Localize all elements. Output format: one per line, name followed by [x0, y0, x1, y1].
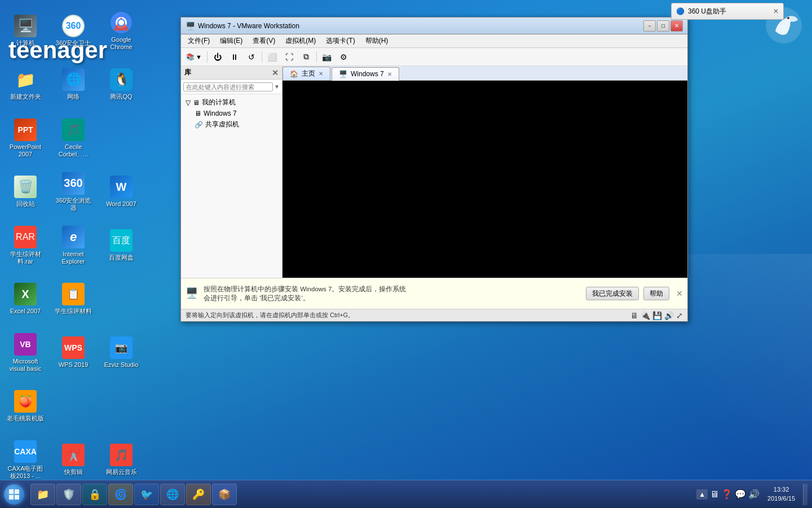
desktop-icon-excel[interactable]: X Excel 2007	[3, 274, 48, 325]
help-btn[interactable]: 帮助	[643, 287, 669, 300]
desktop-icon-folder[interactable]: 📁 新建文件夹	[3, 59, 48, 110]
tool-360-close-btn[interactable]: ✕	[773, 7, 779, 15]
student-mat-label: 学生综评材料	[55, 308, 92, 315]
desktop-icon-recycle[interactable]: 🗑️ 回收站	[3, 167, 48, 217]
desktop-icon-student-rar[interactable]: RAR 学生综评材料.rar	[3, 220, 48, 271]
vmware-window: 🖥️ Windows 7 - VMware Workstation － □ ✕ …	[180, 17, 688, 322]
vmware-toolbar-suspend-btn[interactable]: ⏸	[227, 50, 242, 64]
desktop-icon-ms-vb[interactable]: VB Microsoft visual basic	[3, 327, 48, 378]
desktop-icon-qq[interactable]: 🐧 腾讯QQ	[99, 59, 144, 110]
vm-screen[interactable]	[283, 81, 687, 278]
network-icon-img: 🌐	[62, 68, 85, 91]
desktop-icon-baidu[interactable]: 百度 百度网盘	[99, 220, 144, 271]
tab-win7[interactable]: 🖥️ Windows 7 ✕	[332, 67, 399, 81]
vmware-close-btn[interactable]: ✕	[670, 20, 683, 32]
vmware-menu-view[interactable]: 查看(V)	[248, 35, 280, 47]
vmware-menu-help[interactable]: 帮助(H)	[361, 35, 393, 47]
baidu-icon-img: 百度	[110, 229, 133, 252]
desktop-icon-network[interactable]: 🌐 网络	[51, 59, 96, 110]
clock-date: 2019/6/15	[767, 494, 795, 503]
desktop-icon-ie[interactable]: e Internet Explorer	[51, 220, 96, 271]
vmware-toolbar-restart-btn[interactable]: ↺	[244, 50, 259, 64]
taskbar-bird-btn[interactable]: 🐦	[134, 484, 159, 505]
tab-home[interactable]: 🏠 主页 ✕	[283, 67, 330, 80]
desktop-icon-360browser[interactable]: 360 360安全浏览器	[51, 167, 96, 217]
tab-win7-close[interactable]: ✕	[387, 71, 392, 77]
install-complete-btn[interactable]: 我已完成安装	[586, 287, 639, 300]
vmware-toolbar-unity-btn[interactable]: ⧉	[298, 50, 314, 64]
taskbar-chrome-btn[interactable]: 🌐	[160, 484, 185, 505]
desktop-icon-caxa[interactable]: CAXA CAXA电子图板2013 - ...	[3, 435, 48, 485]
desktop-icon-computer[interactable]: 🖥️ 计算机	[3, 6, 48, 56]
vmware-toolbar-settings-btn[interactable]: ⚙	[336, 50, 352, 64]
tree-item-shared[interactable]: 🔗 共享虚拟机	[192, 119, 280, 130]
taskbar-vmware-btn[interactable]: 📦	[212, 484, 237, 505]
vmware-toolbar-power-btn[interactable]: ⏻	[210, 50, 226, 64]
laomao-label: 老毛桃装机版	[7, 415, 44, 422]
vmware-title-text: Windows 7 - VMware Workstation	[198, 22, 643, 30]
word-label: Word 2007	[106, 200, 136, 208]
360browser-icon-img: 360	[62, 172, 85, 195]
tab-home-close[interactable]: ✕	[319, 71, 323, 77]
taskbar-netguard-btn[interactable]: 🔒	[82, 484, 107, 505]
desktop-icon-ezviz[interactable]: 📷 Ezviz Studio	[99, 327, 144, 378]
taskbar-shield-btn[interactable]: 🛡️	[56, 484, 81, 505]
tree-item-mypc[interactable]: ▽ 🖥 我的计算机	[183, 97, 280, 108]
desktop-icon-netease[interactable]: 🎵 网易云音乐	[99, 435, 144, 485]
desktop-icon-word[interactable]: W Word 2007	[99, 167, 144, 217]
library-search-input[interactable]	[183, 82, 273, 91]
vmware-maximize-btn[interactable]: □	[657, 20, 669, 32]
start-button[interactable]	[0, 480, 28, 509]
tool-360-icon: 🔵	[676, 7, 685, 15]
taskbar-clock[interactable]: 13:32 2019/6/15	[763, 485, 800, 503]
library-close-btn[interactable]: ✕	[272, 68, 279, 77]
taskbar-items: 📁 🛡️ 🔒 🌀 🐦 🌐 🔑 📦	[28, 480, 692, 508]
desktop-icon-cecile[interactable]: 🎵 Cecile Corbel、...	[51, 113, 96, 164]
vmware-toolbar-library-btn[interactable]: 📚 ▼	[183, 50, 205, 64]
taskbar-360-btn[interactable]: 🌀	[108, 484, 133, 505]
taskbar-kaka-btn[interactable]: 🔑	[186, 484, 211, 505]
recycle-label: 回收站	[16, 200, 35, 208]
vmware-menu-vm[interactable]: 虚拟机(M)	[281, 35, 320, 47]
ezviz-label: Ezviz Studio	[104, 361, 139, 369]
tray-msg-icon[interactable]: 💬	[735, 489, 746, 500]
netease-label: 网易云音乐	[106, 468, 137, 476]
desktop-icon-chrome[interactable]: Google Chrome	[99, 6, 144, 56]
desktop-icon-wps[interactable]: WPS WPS 2019	[51, 327, 96, 378]
status-icons: 🖥 🔌 💾 🔊 ⤢	[630, 311, 683, 320]
vmware-menu-edit[interactable]: 编辑(E)	[215, 35, 247, 47]
tray-audio-icon[interactable]: 🔊	[748, 489, 760, 500]
notif-close-btn[interactable]: ✕	[676, 289, 683, 298]
svg-rect-6	[9, 489, 14, 494]
vmware-toolbar-normal-btn[interactable]: ⬜	[264, 50, 280, 64]
ms-vb-label: Microsoft visual basic	[5, 358, 46, 373]
tray-arrow[interactable]: ▲	[696, 489, 708, 500]
desktop-icon-kuaijian[interactable]: ✂️ 快剪辑	[51, 435, 96, 485]
vmware-minimize-btn[interactable]: －	[643, 20, 656, 32]
status-icon-1: 🖥	[630, 311, 638, 320]
library-search-dropdown[interactable]: ▼	[274, 84, 280, 90]
vmware-toolbar-full-btn[interactable]: ⛶	[281, 50, 297, 64]
ezviz-icon-img: 📷	[110, 336, 133, 359]
vmware-toolbar-sep2	[262, 51, 262, 63]
win7-tab-icon: 🖥️	[339, 70, 347, 78]
vmware-menu-tabs[interactable]: 选项卡(T)	[321, 35, 359, 47]
desktop-icon-laomao[interactable]: 🍑 老毛桃装机版	[3, 381, 48, 432]
taskbar-files-btn[interactable]: 📁	[30, 484, 55, 505]
vmware-statusbar: 要将输入定向到该虚拟机，请在虚拟机内部单击或按 Ctrl+G。 🖥 🔌 💾 🔊 …	[181, 309, 687, 321]
desktop-icon-student-mat[interactable]: 📋 学生综评材料	[51, 274, 96, 325]
vmware-notification: 🖥️ 按照在物理计算机中的步骤安装 Windows 7。安装完成后，操作系统 会…	[181, 278, 687, 309]
computer-label: 计算机	[16, 40, 35, 47]
vmware-title-icon: 🖥️	[186, 21, 195, 30]
show-desktop-btn[interactable]	[803, 484, 807, 505]
tree-item-win7[interactable]: 🖥 Windows 7	[192, 108, 280, 119]
tray-network-icon[interactable]: 🖥	[710, 489, 719, 500]
tool-360-window: 🔵 360 U盘助手 ✕	[671, 3, 784, 20]
desktop-icon-360safe[interactable]: 360 360安全卫士	[51, 6, 96, 56]
vmware-toolbar-snap-btn[interactable]: 📷	[319, 50, 335, 64]
tabs-bar: 🏠 主页 ✕ 🖥️ Windows 7 ✕	[283, 66, 687, 81]
tray-help-icon[interactable]: ❓	[721, 489, 732, 500]
ie-icon-img: e	[62, 226, 85, 248]
vmware-menu-file[interactable]: 文件(F)	[183, 35, 214, 47]
desktop-icon-ppt[interactable]: PPT PowerPoint 2007	[3, 113, 48, 164]
